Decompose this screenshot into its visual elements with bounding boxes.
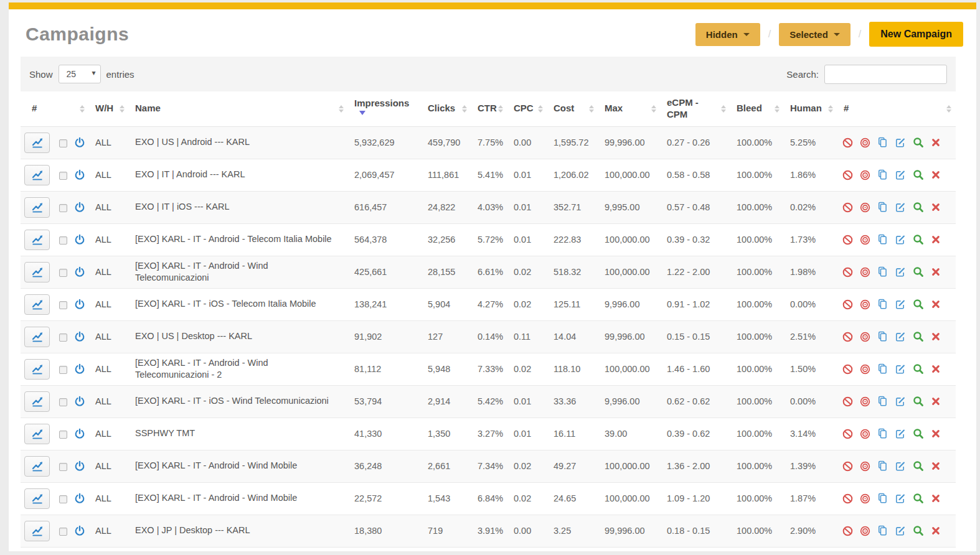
- edit-icon[interactable]: [895, 235, 906, 245]
- target-icon[interactable]: [860, 202, 870, 213]
- target-icon[interactable]: [860, 461, 870, 472]
- target-icon[interactable]: [860, 170, 870, 180]
- search-input[interactable]: [824, 65, 947, 84]
- copy-icon[interactable]: [877, 299, 888, 310]
- ban-icon[interactable]: [842, 332, 853, 342]
- row-checkbox[interactable]: [59, 528, 67, 536]
- search-icon[interactable]: [913, 331, 924, 342]
- stats-chart-button[interactable]: [24, 488, 50, 509]
- power-icon[interactable]: [74, 169, 85, 180]
- search-icon[interactable]: [913, 299, 924, 310]
- header-cpc[interactable]: CPC: [507, 91, 547, 126]
- ban-icon[interactable]: [842, 526, 853, 536]
- delete-icon[interactable]: [931, 138, 941, 147]
- target-icon[interactable]: [860, 493, 870, 504]
- ban-icon[interactable]: [842, 299, 853, 310]
- edit-icon[interactable]: [895, 461, 906, 472]
- copy-icon[interactable]: [877, 169, 888, 180]
- ban-icon[interactable]: [842, 170, 853, 180]
- delete-icon[interactable]: [931, 202, 941, 212]
- ban-icon[interactable]: [842, 267, 853, 278]
- edit-icon[interactable]: [895, 267, 906, 278]
- row-checkbox[interactable]: [59, 463, 67, 471]
- edit-icon[interactable]: [895, 138, 906, 148]
- delete-icon[interactable]: [931, 364, 941, 374]
- search-icon[interactable]: [913, 493, 924, 504]
- ban-icon[interactable]: [842, 461, 853, 472]
- edit-icon[interactable]: [895, 364, 906, 375]
- ban-icon[interactable]: [842, 235, 853, 245]
- delete-icon[interactable]: [931, 267, 941, 277]
- ban-icon[interactable]: [842, 396, 853, 407]
- target-icon[interactable]: [860, 429, 870, 439]
- edit-icon[interactable]: [895, 202, 906, 213]
- power-icon[interactable]: [74, 396, 85, 407]
- stats-chart-button[interactable]: [24, 521, 50, 541]
- delete-icon[interactable]: [931, 429, 941, 439]
- copy-icon[interactable]: [877, 137, 888, 148]
- copy-icon[interactable]: [877, 202, 888, 213]
- search-icon[interactable]: [913, 460, 924, 472]
- ban-icon[interactable]: [842, 202, 853, 213]
- row-checkbox[interactable]: [59, 236, 67, 245]
- power-icon[interactable]: [74, 428, 85, 439]
- delete-icon[interactable]: [931, 170, 941, 180]
- power-icon[interactable]: [74, 137, 85, 148]
- target-icon[interactable]: [860, 138, 870, 148]
- stats-chart-button[interactable]: [24, 359, 50, 380]
- target-icon[interactable]: [860, 235, 870, 245]
- power-icon[interactable]: [74, 299, 85, 310]
- target-icon[interactable]: [860, 526, 870, 536]
- header-impressions[interactable]: Impressions: [348, 91, 422, 126]
- search-icon[interactable]: [913, 266, 924, 278]
- stats-chart-button[interactable]: [24, 230, 50, 250]
- stats-chart-button[interactable]: [24, 262, 50, 282]
- header-human[interactable]: Human: [784, 91, 837, 126]
- power-icon[interactable]: [74, 202, 85, 213]
- header-name[interactable]: Name: [129, 91, 348, 126]
- power-icon[interactable]: [74, 266, 85, 278]
- header-end[interactable]: [942, 91, 956, 126]
- hidden-dropdown-button[interactable]: Hidden: [695, 23, 760, 46]
- target-icon[interactable]: [860, 396, 870, 407]
- stats-chart-button[interactable]: [24, 197, 50, 218]
- target-icon[interactable]: [860, 267, 870, 278]
- row-checkbox[interactable]: [59, 333, 67, 342]
- delete-icon[interactable]: [931, 461, 941, 471]
- stats-chart-button[interactable]: [24, 294, 50, 315]
- edit-icon[interactable]: [895, 429, 906, 439]
- stats-chart-button[interactable]: [24, 165, 50, 185]
- ban-icon[interactable]: [842, 429, 853, 439]
- ban-icon[interactable]: [842, 364, 853, 375]
- search-icon[interactable]: [913, 169, 924, 180]
- search-icon[interactable]: [913, 525, 924, 536]
- edit-icon[interactable]: [895, 170, 906, 180]
- edit-icon[interactable]: [895, 332, 906, 342]
- target-icon[interactable]: [860, 299, 870, 310]
- copy-icon[interactable]: [877, 525, 888, 536]
- search-icon[interactable]: [913, 428, 924, 439]
- stats-chart-button[interactable]: [24, 456, 50, 477]
- search-icon[interactable]: [913, 396, 924, 407]
- new-campaign-button[interactable]: New Campaign: [869, 22, 963, 47]
- stats-chart-button[interactable]: [24, 327, 50, 347]
- target-icon[interactable]: [860, 332, 870, 342]
- stats-chart-button[interactable]: [24, 391, 50, 412]
- header-hash[interactable]: #: [21, 91, 89, 126]
- power-icon[interactable]: [74, 493, 85, 504]
- row-checkbox[interactable]: [59, 495, 67, 503]
- delete-icon[interactable]: [931, 299, 941, 309]
- stats-chart-button[interactable]: [24, 424, 50, 444]
- edit-icon[interactable]: [895, 493, 906, 504]
- copy-icon[interactable]: [877, 493, 888, 504]
- copy-icon[interactable]: [877, 428, 888, 439]
- copy-icon[interactable]: [877, 363, 888, 375]
- power-icon[interactable]: [74, 234, 85, 245]
- edit-icon[interactable]: [895, 526, 906, 536]
- power-icon[interactable]: [74, 363, 85, 375]
- edit-icon[interactable]: [895, 396, 906, 407]
- row-checkbox[interactable]: [59, 431, 67, 439]
- search-icon[interactable]: [913, 137, 924, 148]
- row-checkbox[interactable]: [59, 172, 67, 180]
- row-checkbox[interactable]: [59, 204, 67, 212]
